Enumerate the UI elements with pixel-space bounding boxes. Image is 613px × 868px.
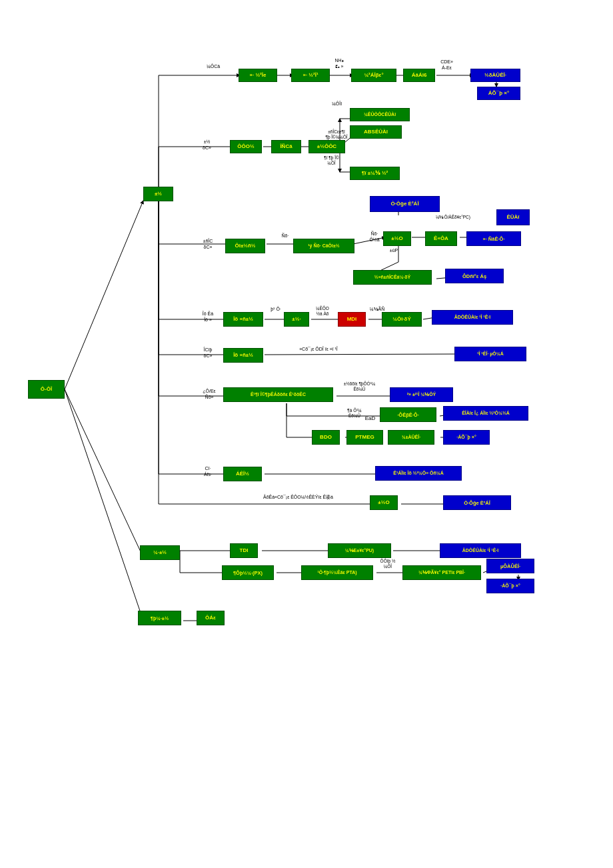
node-n2c: »· ½²Î¹: [291, 69, 330, 82]
node-n11a: ¶þ¼·±½: [138, 611, 181, 625]
node-n11b: ÔÁε: [197, 611, 225, 625]
label-ead: EaD: [318, 415, 422, 422]
node-n6b: Îõ »ñ±½: [223, 348, 263, 363]
node-n10i: µÔÀÛÊÎ·: [486, 559, 534, 573]
node-n5h: ¼Ôî·δÝ: [382, 312, 422, 327]
node-n10f: ¹Ô·¶þ½¼Êâε PTA): [301, 565, 373, 580]
node-bdo: BDO: [312, 430, 340, 445]
node-n7j: ¾±ÀÛÊÎ·: [388, 430, 434, 445]
node-n7d: ²» ±²¹Î ¼⅓ÔÝ: [390, 387, 453, 402]
node-n9b: ±½O: [370, 495, 398, 510]
label-n7c: ±½δõïε ¶þÔÓ¹¼Êõ¼Û: [328, 381, 391, 393]
node-n3e: ÎÑCâ: [271, 140, 301, 153]
node-n4k: Ê«ÔA: [425, 231, 457, 246]
node-n2f: ÁâÁî6: [403, 69, 435, 82]
label-n3h: ¶ï ¶þ Î©¼ÔÎ: [310, 155, 353, 167]
node-n3d: ÔÔO½: [230, 140, 262, 153]
node-n4l: »· ÑâÊ·Ô·: [466, 231, 521, 246]
flow-diagram: Ô-ÔÎ ±½ ¼ÔCâ »· ½²Îe »· ½²Î¹ NH₃ε̃ₒ » ¼²…: [0, 0, 613, 868]
node-n7b: Ê¹¶ï Î©¶þÊÁδõñε Ê¹δõÊC: [223, 387, 333, 402]
label-n2a: ¼ÔCâ: [200, 64, 227, 69]
label-n3g: ±ñÎCεe¶ï¶þ Î©¾¼ÔÎ: [310, 129, 363, 141]
svg-line-2: [65, 389, 143, 557]
label-n4j: ±ûP: [383, 248, 404, 253]
node-n5i: ÂDÔÊÛÀîε ¹Î ¹Ê·ï: [432, 310, 513, 325]
svg-line-1: [65, 201, 143, 389]
node-n4g: ¹ý Ñõ· CâÔî±½: [293, 239, 354, 253]
node-n2h: ÁÕ¯þ ×°: [477, 87, 520, 100]
svg-line-3: [65, 389, 143, 621]
label-n9a: ÂõÊá»Cõ¯¡ε ÊÔO¼½ÊÈÝïε Ê诿á: [227, 495, 370, 500]
node-n5d: ±½·: [284, 312, 309, 327]
node-n3a: ¼ÊÛÒÔCÊÛÀî: [350, 108, 410, 121]
node-n4m: ½»ñ±ñÎCÊá¼·δÝ: [353, 270, 432, 285]
label-n4d: ±ñÎCδC»: [195, 238, 221, 250]
label-n6c: »Cõ¯¡ε ÔDÎ ïε »ï ¹Î: [265, 347, 372, 352]
node-n4e: Ôî±½ñ½: [225, 239, 265, 253]
branch1-node: ±½: [143, 187, 173, 201]
node-n7g: ÊÎÀîε Î¿ ÁÎïε ½²Ô¼½Á: [443, 406, 528, 421]
label-n7a: ¿Ô/EεÑõ»: [195, 388, 223, 400]
node-n10a: ¼·±½: [140, 545, 180, 560]
node-mdi: MDI: [338, 312, 366, 327]
connector-lines: [0, 0, 613, 868]
label-n5e: ¼ÊÔO½á Àõ: [306, 306, 338, 317]
node-n7k: ·ÁÕ¯þ ×°: [443, 430, 490, 445]
label-n4b: ¼⅓Ô/ÀÊδ¥ε°PC): [420, 215, 486, 220]
node-n3f: ±½ÔÔC: [308, 140, 345, 153]
label-n10g: ÔÔIþ ½¼ÔÎ: [371, 559, 404, 570]
label-cde: CDE»Á-Eε: [432, 59, 462, 71]
node-tdi: TDI: [230, 543, 258, 558]
root-node: Ô-ÔÎ: [28, 380, 65, 399]
node-n3i: ¶ï ±¼⅓ ½²: [350, 167, 400, 180]
node-n4a: Ò·Ôĝe È²ÁÎ: [370, 196, 440, 212]
svg-line-39: [265, 354, 460, 355]
node-n10c: ¼⅓Ε±¥ε°PU): [328, 543, 391, 558]
label-n3a: ¼ÔÎI: [325, 101, 348, 107]
node-n2e: ¼²ÁÎβε°: [351, 69, 396, 82]
node-n4i: ±½O: [383, 231, 411, 246]
label-n3c: ±½δC»: [195, 139, 219, 151]
node-n10e: ¶Ôþ½¼·(PX): [222, 565, 274, 580]
node-n6d: ¹Î ¹ÊÎ· µÔ¼Á: [454, 347, 526, 361]
node-n8b: ÁÊÎ½: [223, 467, 262, 481]
node-n2b: »· ½²Îe: [239, 69, 277, 82]
node-n10d: ÂDÔÊÛÀîε ¹Î ¹Ê·ï: [440, 543, 521, 558]
node-n10j: ·ÁÕ¯þ ×°: [486, 579, 534, 593]
node-ptmeg: PTMEG: [346, 430, 383, 445]
node-n5b: Îõ »ñ±½: [223, 312, 263, 327]
label-n5a: Îô ÊáÎô »: [195, 311, 221, 323]
node-n2g: ½δÀÛÊÎ·: [470, 69, 520, 82]
node-n10h: ¼⅓ΦÃ¥ε° PETïε PBÎ·: [402, 565, 481, 580]
label-n6a: ÎCïþδC»: [195, 347, 221, 359]
node-n9c: Ò·Ôĝe È²ÁÎ: [443, 495, 511, 510]
node-n4c: ÊÛÀî: [496, 209, 530, 225]
label-n8a: Cî·Áfs·: [195, 465, 221, 477]
node-n8c: Ê¹ÁÎïε Îõ ½²¼Ô≡ Ôñ¼Á: [375, 466, 462, 481]
node-n4n: ÔDñï°ε Áş: [445, 269, 504, 283]
label-nh3: NH₃ε̃ₒ »: [326, 57, 352, 69]
